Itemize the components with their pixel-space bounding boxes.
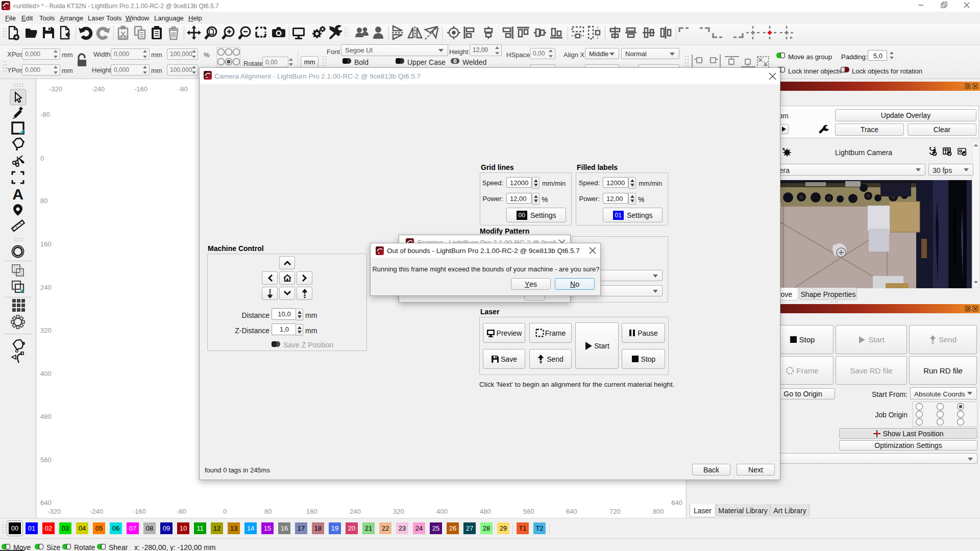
svg-text:A: A: [12, 186, 23, 203]
